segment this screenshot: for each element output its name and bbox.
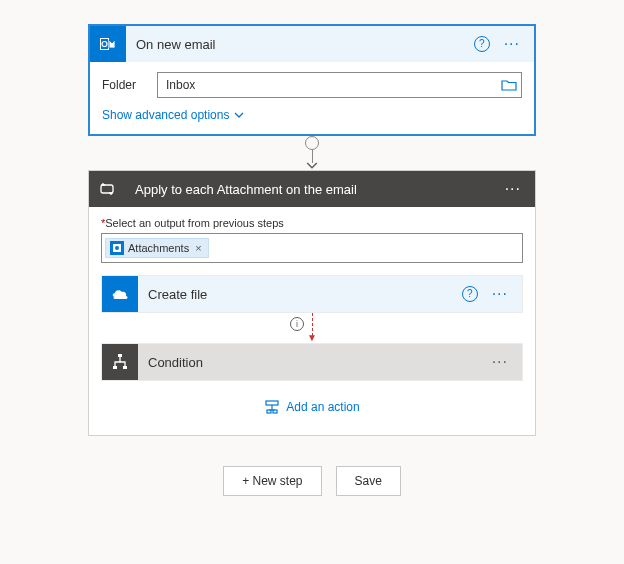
condition-header[interactable]: Condition ···: [102, 344, 522, 380]
svg-rect-10: [267, 410, 271, 413]
add-action-button[interactable]: Add an action: [101, 381, 523, 425]
svg-point-5: [115, 246, 119, 250]
chevron-down-icon: [234, 110, 244, 120]
svg-rect-3: [101, 185, 113, 193]
attachments-token[interactable]: Attachments ×: [105, 238, 209, 258]
dashed-connector: i ▼: [101, 313, 523, 343]
new-step-button[interactable]: + New step: [223, 466, 321, 496]
trigger-body: Folder Inbox Show advanced options: [90, 62, 534, 134]
foreach-header[interactable]: Apply to each Attachment on the email ··…: [89, 171, 535, 207]
help-icon[interactable]: ?: [462, 286, 478, 302]
outlook-icon: [90, 26, 126, 62]
create-file-card[interactable]: Create file ? ···: [101, 275, 523, 313]
more-menu-icon[interactable]: ···: [486, 289, 514, 299]
svg-rect-9: [266, 401, 278, 405]
footer-buttons: + New step Save: [223, 466, 401, 496]
onedrive-icon: [102, 276, 138, 312]
flow-designer-canvas: On new email ? ··· Folder Inbox Show adv…: [0, 0, 624, 496]
foreach-card[interactable]: Apply to each Attachment on the email ··…: [88, 170, 536, 436]
more-menu-icon[interactable]: ···: [498, 39, 526, 49]
folder-label: Folder: [102, 78, 157, 92]
trigger-header[interactable]: On new email ? ···: [90, 26, 534, 62]
foreach-title: Apply to each Attachment on the email: [125, 182, 499, 197]
trigger-title: On new email: [126, 37, 474, 52]
condition-title: Condition: [138, 355, 486, 370]
token-remove-icon[interactable]: ×: [193, 242, 203, 254]
output-token-input[interactable]: Attachments ×: [101, 233, 523, 263]
create-file-header[interactable]: Create file ? ···: [102, 276, 522, 312]
loop-icon: [89, 171, 125, 207]
connector: [306, 136, 318, 170]
save-button[interactable]: Save: [336, 466, 401, 496]
svg-rect-7: [113, 366, 117, 369]
folder-value: Inbox: [166, 78, 501, 92]
svg-rect-8: [123, 366, 127, 369]
arrow-down-icon: [306, 162, 318, 170]
svg-rect-6: [118, 354, 122, 357]
foreach-body: *Select an output from previous steps At…: [89, 207, 535, 435]
help-icon[interactable]: ?: [474, 36, 490, 52]
create-file-title: Create file: [138, 287, 462, 302]
show-advanced-link[interactable]: Show advanced options: [102, 106, 244, 124]
select-output-label: *Select an output from previous steps: [101, 217, 523, 229]
trigger-card[interactable]: On new email ? ··· Folder Inbox Show adv…: [88, 24, 536, 136]
outlook-token-icon: [110, 241, 124, 255]
more-menu-icon[interactable]: ···: [486, 357, 514, 367]
condition-card[interactable]: Condition ···: [101, 343, 523, 381]
condition-icon: [102, 344, 138, 380]
add-action-icon: [264, 399, 280, 415]
folder-input[interactable]: Inbox: [157, 72, 522, 98]
arrow-down-icon: ▼: [307, 332, 317, 343]
folder-picker-icon[interactable]: [501, 77, 517, 93]
more-menu-icon[interactable]: ···: [499, 184, 527, 194]
info-icon[interactable]: i: [290, 317, 304, 331]
svg-rect-11: [273, 410, 277, 413]
